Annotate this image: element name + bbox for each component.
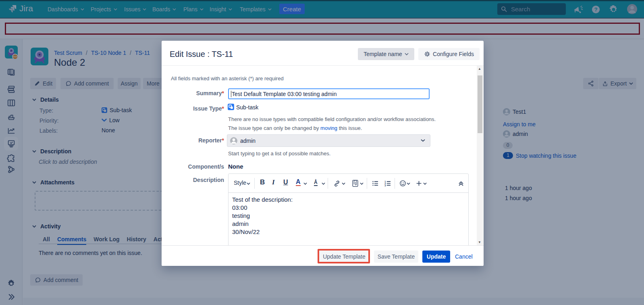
- svg-text:3: 3: [384, 184, 386, 187]
